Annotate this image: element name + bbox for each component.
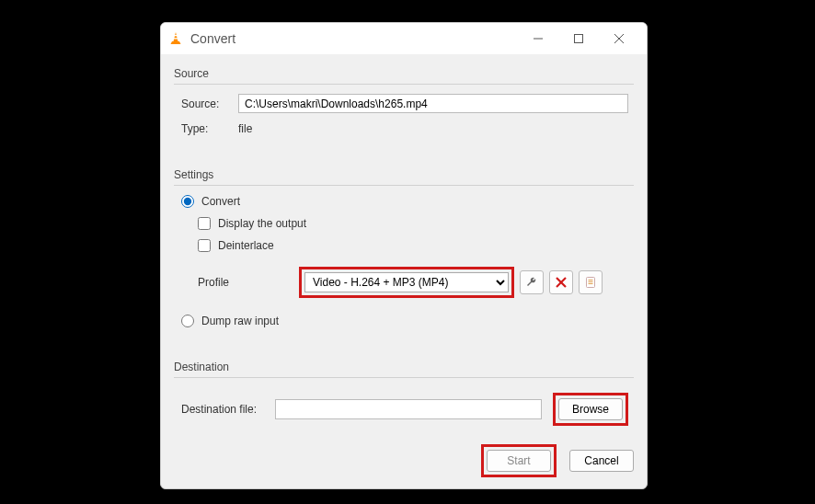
display-output-row[interactable]: Display the output <box>198 217 628 230</box>
minimize-button[interactable] <box>518 23 558 54</box>
profile-select[interactable]: Video - H.264 + MP3 (MP4) <box>304 272 509 292</box>
type-label: Type: <box>181 122 238 135</box>
destination-group-label: Destination <box>174 355 634 377</box>
edit-profile-button[interactable] <box>520 270 544 294</box>
dump-raw-row[interactable]: Dump raw input <box>181 315 628 327</box>
browse-button[interactable]: Browse <box>558 398 623 420</box>
destination-row: Destination file: Browse <box>181 393 628 426</box>
source-group-label: Source <box>174 62 634 84</box>
window-controls <box>518 23 639 54</box>
svg-rect-0 <box>174 35 178 36</box>
deinterlace-row[interactable]: Deinterlace <box>198 239 628 252</box>
delete-profile-button[interactable] <box>549 270 573 294</box>
source-row: Source: <box>181 94 628 113</box>
start-highlight: Start <box>481 444 557 477</box>
maximize-icon <box>574 34 583 43</box>
dialog-body: Source Source: Type: file Settings Conve… <box>161 54 647 488</box>
deinterlace-checkbox[interactable] <box>198 239 211 252</box>
new-profile-button[interactable] <box>579 270 603 294</box>
cancel-button[interactable]: Cancel <box>569 450 634 472</box>
source-label: Source: <box>181 97 238 110</box>
source-group: Source Source: Type: file <box>174 62 634 150</box>
type-value: file <box>238 122 252 135</box>
source-input[interactable] <box>238 94 628 113</box>
destination-file-label: Destination file: <box>181 403 275 416</box>
minimize-icon <box>534 34 543 43</box>
close-button[interactable] <box>599 23 639 54</box>
profile-label: Profile <box>198 276 299 289</box>
convert-label: Convert <box>201 195 240 208</box>
profile-highlight: Video - H.264 + MP3 (MP4) <box>299 267 514 298</box>
destination-file-input[interactable] <box>275 399 542 419</box>
deinterlace-label: Deinterlace <box>218 239 274 252</box>
maximize-button[interactable] <box>558 23 599 54</box>
profile-row: Profile Video - H.264 + MP3 (MP4) <box>181 267 628 298</box>
display-output-checkbox[interactable] <box>198 217 211 230</box>
svg-rect-3 <box>575 35 583 43</box>
convert-dialog: Convert Source Source: Type: <box>160 22 648 489</box>
destination-group: Destination Destination file: Browse <box>174 355 634 431</box>
type-row: Type: file <box>181 122 628 135</box>
svg-rect-1 <box>174 38 178 39</box>
dump-raw-radio[interactable] <box>181 315 194 327</box>
window-title: Convert <box>190 31 518 46</box>
close-icon <box>614 34 624 43</box>
display-output-label: Display the output <box>218 217 306 230</box>
new-file-icon <box>584 276 597 289</box>
titlebar[interactable]: Convert <box>161 23 647 54</box>
browse-highlight: Browse <box>553 393 628 426</box>
settings-group: Settings Convert Display the output Dein… <box>174 163 634 342</box>
convert-radio[interactable] <box>181 195 194 208</box>
dialog-actions: Start Cancel <box>174 444 634 477</box>
wrench-icon <box>525 276 538 289</box>
convert-radio-row[interactable]: Convert <box>181 195 628 208</box>
delete-x-icon <box>556 277 567 288</box>
start-button[interactable]: Start <box>487 450 551 472</box>
dump-raw-label: Dump raw input <box>201 315 279 327</box>
vlc-cone-icon <box>168 31 183 46</box>
settings-group-label: Settings <box>174 163 634 185</box>
